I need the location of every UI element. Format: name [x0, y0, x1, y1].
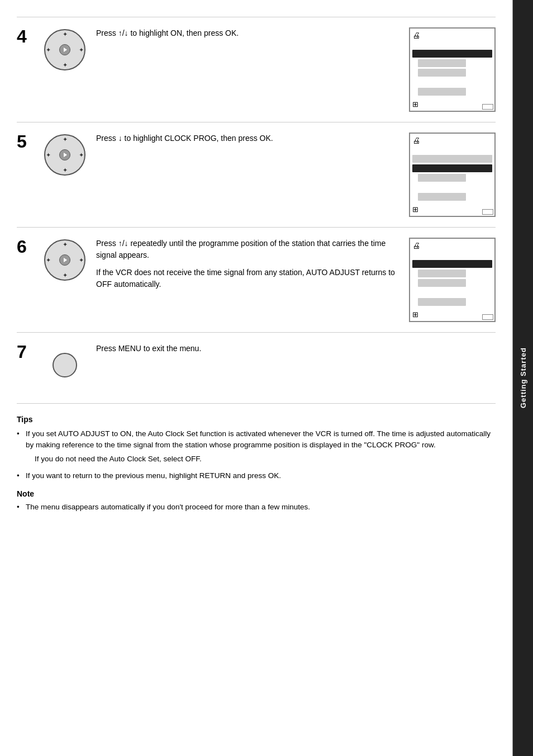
step-7-text: Press MENU to exit the menu.: [96, 343, 496, 355]
tip-1: If you set AUTO ADJUST to ON, the Auto C…: [17, 428, 496, 465]
note-list: The menu disappears automatically if you…: [17, 502, 496, 513]
tv-row-4-2: [418, 59, 466, 67]
step-6-number: 6: [17, 238, 34, 256]
note-title: Note: [17, 489, 496, 498]
dpad-down-6: ✦: [63, 272, 68, 279]
tv-corner-4: [482, 104, 493, 110]
step-5-number: 5: [17, 133, 34, 150]
tip-2-main: If you want to return to the previous me…: [26, 471, 281, 480]
tv-corner-6: [482, 314, 493, 320]
dpad-right-5: ✦: [79, 152, 84, 159]
note-1: The menu disappears automatically if you…: [17, 502, 496, 513]
step-4-text: Press ↑/↓ to highlight ON, then press OK…: [96, 27, 397, 39]
tip-1-sub: If you do not need the Auto Clock Set, s…: [35, 453, 496, 465]
step-4-number: 4: [17, 27, 34, 45]
tv-menu-icon-5: 🖨: [412, 136, 492, 145]
step-6-icon: ✦ ✦ ✦ ✦: [42, 238, 87, 282]
step-6-text: Press ↑/↓ repeatedly until the programme…: [96, 238, 397, 290]
tv-spacer-6: [412, 289, 492, 296]
step-7-icon: [42, 343, 87, 388]
step-4-text-content: Press ↑/↓ to highlight ON, then press OK…: [96, 29, 239, 37]
tv-row-6-2: [418, 270, 466, 277]
tv-corner-5: [482, 209, 493, 215]
tv-row-4-1: [412, 50, 492, 58]
dpad-icon-5: ✦ ✦ ✦ ✦: [44, 134, 85, 176]
dpad-down-5: ✦: [63, 167, 68, 174]
tv-menu-6: 🖨 ⊞: [409, 238, 496, 322]
step-4-screen: 🖨 ⊞: [406, 27, 496, 112]
step-7-number: 7: [17, 343, 34, 361]
tip-2: If you want to return to the previous me…: [17, 470, 496, 481]
tv-row-5-2: [412, 164, 492, 172]
tv-row-6-3: [418, 279, 466, 287]
dpad-icon: ✦ ✦ ✦ ✦: [44, 29, 85, 70]
main-content: 4 ✦ ✦ ✦ ✦ Press ↑/↓ to highlight ON, the…: [0, 0, 513, 756]
dpad-up-arrow: ✦: [63, 31, 68, 38]
step-7-text-content: Press MENU to exit the menu.: [96, 344, 201, 353]
dpad-left-5: ✦: [46, 152, 51, 159]
dpad-left-arrow: ✦: [46, 46, 51, 54]
step-5-text-content: Press ↓ to highlight CLOCK PROG, then pr…: [96, 134, 273, 143]
tv-row-6-1: [412, 260, 492, 268]
note-1-text: The menu disappears automatically if you…: [26, 503, 310, 511]
tip-1-main: If you set AUTO ADJUST to ON, the Auto C…: [26, 429, 491, 449]
tv-spacer-5: [412, 183, 492, 191]
tv-row-5-3: [418, 174, 466, 182]
tv-row-5-1: [412, 155, 492, 163]
tips-list: If you set AUTO ADJUST to ON, the Auto C…: [17, 428, 496, 481]
dpad-center: [59, 44, 70, 55]
step-5-screen: 🖨 ⊞: [406, 133, 496, 217]
step-5-text: Press ↓ to highlight CLOCK PROG, then pr…: [96, 133, 397, 144]
tv-bottom-5: ⊞: [412, 205, 492, 214]
tips-title: Tips: [17, 415, 496, 424]
dpad-up-6: ✦: [63, 241, 68, 248]
step-6-para1: Press ↑/↓ repeatedly until the programme…: [96, 238, 397, 261]
tv-rows-5: [412, 155, 492, 201]
sidebar-label: Getting Started: [519, 348, 527, 409]
tv-row-4-4: [418, 88, 466, 96]
step-4-icon: ✦ ✦ ✦ ✦: [42, 27, 87, 72]
tv-menu-5: 🖨 ⊞: [409, 133, 496, 217]
tv-spacer-4: [412, 78, 492, 86]
menu-button-icon: [53, 353, 77, 377]
tv-rows-4: [412, 50, 492, 96]
tv-rows-6: [412, 260, 492, 306]
dpad-up-5: ✦: [63, 136, 68, 143]
step-6-para2: If the VCR does not receive the time sig…: [96, 267, 397, 290]
sidebar: Getting Started: [513, 0, 533, 756]
tv-row-5-4: [418, 193, 466, 201]
step-5-icon: ✦ ✦ ✦ ✦: [42, 133, 87, 177]
tv-menu-icon-6: 🖨: [412, 241, 492, 250]
dpad-center-6: [59, 254, 70, 266]
dpad-right-arrow: ✦: [79, 46, 84, 54]
tv-row-6-4: [418, 298, 466, 306]
play-triangle: [64, 48, 67, 52]
tv-menu-icon-4: 🖨: [412, 31, 492, 40]
dpad-icon-6: ✦ ✦ ✦ ✦: [44, 239, 85, 281]
dpad-center-5: [59, 149, 70, 160]
dpad-right-6: ✦: [79, 257, 84, 264]
step-6-screen: 🖨 ⊞: [406, 238, 496, 322]
step-7-row: 7 Press MENU to exit the menu.: [17, 332, 496, 398]
tv-bottom-4: ⊞: [412, 100, 492, 108]
dpad-down-arrow: ✦: [63, 62, 68, 69]
tv-bottom-6: ⊞: [412, 310, 492, 319]
tv-row-4-3: [418, 69, 466, 77]
tv-menu-4: 🖨 ⊞: [409, 27, 496, 112]
step-4-row: 4 ✦ ✦ ✦ ✦ Press ↑/↓ to highlight ON, the…: [17, 17, 496, 122]
step-5-row: 5 ✦ ✦ ✦ ✦ Press ↓ to highlight CLOCK PRO…: [17, 122, 496, 227]
tips-section: Tips If you set AUTO ADJUST to ON, the A…: [17, 403, 496, 513]
play-tri-6: [64, 258, 67, 262]
play-tri-5: [64, 153, 67, 157]
step-6-row: 6 ✦ ✦ ✦ ✦ Press ↑/↓ repeatedly until the…: [17, 227, 496, 332]
dpad-left-6: ✦: [46, 257, 51, 264]
